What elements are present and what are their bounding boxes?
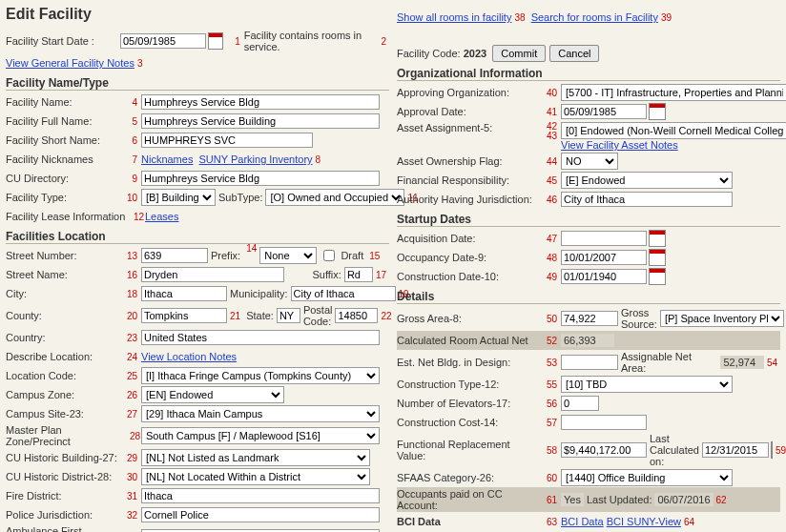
ref-10: 10	[124, 193, 137, 203]
start-date-input[interactable]	[120, 33, 206, 49]
ref-47: 47	[544, 234, 557, 244]
postal-input[interactable]	[335, 308, 378, 323]
ref-41: 41	[544, 107, 557, 117]
estnet-input[interactable]	[561, 355, 618, 370]
descloc-lbl: Describe Location:	[6, 351, 120, 362]
appdate-input[interactable]	[561, 104, 647, 119]
bci-lbl: BCI Data	[397, 516, 540, 527]
concost-lbl: Construction Cost-14:	[397, 417, 540, 428]
acq-input[interactable]	[561, 231, 647, 246]
leases-link[interactable]: Leases	[145, 211, 178, 222]
ref-26: 26	[124, 390, 137, 400]
calendar-icon[interactable]	[649, 103, 666, 120]
muni-input[interactable]	[291, 286, 396, 301]
ref-13: 13	[124, 251, 137, 261]
cudir-input[interactable]	[141, 171, 380, 186]
county-input[interactable]	[141, 308, 227, 323]
site-select[interactable]: [29] Ithaca Main Campus	[141, 405, 380, 422]
stname-input[interactable]	[141, 267, 284, 282]
histd-lbl: CU Historic District-28:	[6, 471, 120, 482]
calendar-icon[interactable]	[771, 441, 773, 459]
frv-input[interactable]	[561, 442, 647, 458]
city-lbl: City:	[6, 288, 120, 299]
grosssrc-lbl: Gross Source:	[621, 307, 657, 330]
ownflag-select[interactable]: NO	[561, 153, 618, 170]
full-name-input[interactable]	[141, 113, 380, 129]
gross-lbl: Gross Area-8:	[397, 313, 540, 324]
ref-9: 9	[124, 174, 137, 184]
ref-46: 46	[544, 194, 557, 205]
startup-heading: Startup Dates	[397, 213, 780, 227]
ref-1: 1	[227, 36, 240, 47]
ref-64: 64	[684, 517, 694, 527]
subtype-select[interactable]: [O] Owned and Occupied	[265, 189, 404, 206]
concost-input[interactable]	[561, 415, 647, 430]
short-name-input[interactable]	[141, 133, 313, 148]
contype-select[interactable]: [10] TBD	[561, 376, 733, 393]
suffix-input[interactable]	[344, 267, 373, 282]
calendar-icon[interactable]	[649, 268, 666, 285]
histd-select[interactable]: [NL] Not Located Within a District	[141, 468, 370, 485]
ref-28: 28	[130, 431, 137, 441]
loccode-select[interactable]: [I] Ithaca Fringe Campus (Tompkins Count…	[141, 367, 380, 384]
full-name-lbl: Facility Full Name:	[6, 115, 120, 127]
ref-45: 45	[544, 175, 557, 186]
suny-parking-link[interactable]: SUNY Parking Inventory	[199, 153, 313, 165]
ref-16: 16	[124, 270, 137, 280]
sfaas-select[interactable]: [1440] Office Building	[561, 469, 733, 486]
asset-select[interactable]: [0] Endowed (Non-Weill Cornell Medical C…	[561, 122, 786, 139]
fac-name-input[interactable]	[141, 94, 380, 110]
apporg-select[interactable]: [5700 - IT] Infrastructure, Properties a…	[561, 84, 786, 101]
bci-suny-link[interactable]: BCI SUNY-View	[607, 516, 681, 527]
lastcalc-input[interactable]	[702, 442, 769, 458]
calendar-icon[interactable]	[649, 249, 666, 266]
gross-input[interactable]	[561, 311, 618, 326]
view-general-notes-link[interactable]: View General Facility Notes	[6, 57, 134, 69]
con-input[interactable]	[561, 269, 647, 284]
elev-lbl: Number of Elevators-17:	[397, 398, 540, 409]
ref-18: 18	[124, 289, 137, 299]
state-input[interactable]	[277, 308, 300, 323]
view-asset-notes-link[interactable]: View Facility Asset Notes	[561, 139, 678, 151]
bci-data-link[interactable]: BCI Data	[561, 516, 604, 527]
search-rooms-link[interactable]: Search for rooms in Facility	[531, 11, 658, 23]
prefix-select[interactable]: None	[259, 247, 317, 264]
mpz-select[interactable]: South Campus [F] / Maplewood [S16]	[141, 427, 380, 444]
short-name-lbl: Facility Short Name:	[6, 134, 120, 146]
ref-23: 23	[124, 333, 137, 343]
cancel-button[interactable]: Cancel	[549, 45, 599, 62]
fire-lbl: Fire District:	[6, 490, 120, 501]
stnum-input[interactable]	[141, 248, 208, 263]
auth-input[interactable]	[561, 192, 733, 207]
draft-checkbox[interactable]	[323, 250, 335, 261]
finresp-select[interactable]: [E] Endowed	[561, 172, 733, 189]
hist-select[interactable]: [NL] Not Listed as Landmark	[141, 449, 370, 466]
police-input[interactable]	[141, 507, 380, 522]
commit-button[interactable]: Commit	[492, 45, 546, 62]
show-all-rooms-link[interactable]: Show all rooms in facility	[397, 11, 511, 23]
ref-14: 14	[246, 243, 257, 254]
appdate-lbl: Approval Date:	[397, 106, 540, 117]
nicknames-link[interactable]: Nicknames	[141, 153, 193, 165]
ref-7: 7	[124, 154, 137, 165]
occ-input[interactable]	[561, 250, 647, 265]
elev-input[interactable]	[561, 396, 599, 411]
zone-select[interactable]: [EN] Endowed	[141, 386, 284, 403]
ref-21: 21	[230, 311, 240, 321]
lease-lbl: Facility Lease Information	[6, 211, 130, 222]
ref-62: 62	[716, 495, 727, 505]
factype-select[interactable]: [B] Building	[141, 189, 216, 206]
grosssrc-select[interactable]: [P] Space Inventory Plans	[660, 310, 784, 327]
asset-lbl: Asset Assignment-5:	[397, 122, 540, 133]
ref-4: 4	[124, 97, 137, 108]
fire-input[interactable]	[141, 488, 380, 503]
ref-27: 27	[124, 409, 137, 419]
calendar-icon[interactable]	[649, 230, 666, 247]
calendar-icon[interactable]	[208, 32, 223, 50]
nick-lbl: Facility Nicknames	[6, 153, 120, 165]
suffix-lbl: Suffix:	[313, 269, 341, 280]
city-input[interactable]	[141, 286, 227, 301]
view-loc-notes-link[interactable]: View Location Notes	[141, 351, 237, 362]
country-input[interactable]	[141, 330, 380, 345]
calcnet-lbl: Calculated Room Actual Net	[397, 335, 540, 346]
